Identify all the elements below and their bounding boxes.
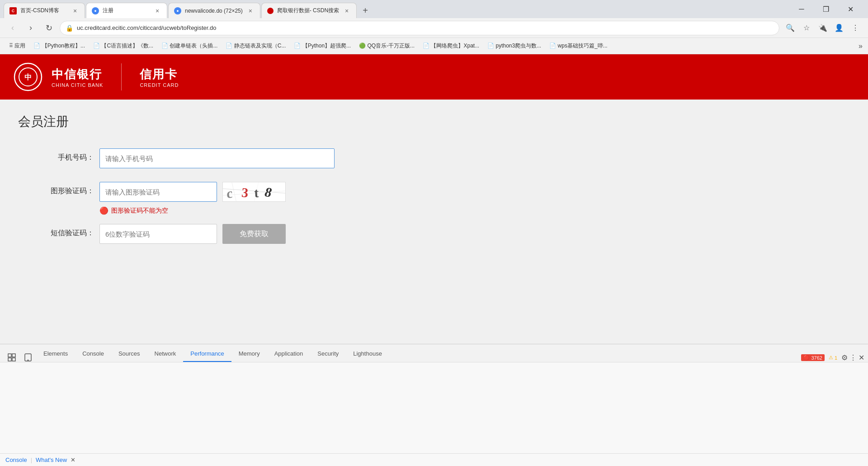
svg-rect-13 — [12, 354, 15, 357]
devtools-device-icon[interactable] — [20, 353, 36, 362]
bookmark-label: 📄 【Python】超强爬... — [294, 42, 351, 50]
devtools-tab-network-label: Network — [155, 350, 176, 357]
tab-close-2[interactable]: × — [153, 7, 161, 15]
devtools-tab-performance-label: Performance — [190, 350, 224, 357]
close-button[interactable]: ✕ — [840, 2, 861, 16]
devtools-close-button[interactable]: ✕ — [859, 353, 864, 362]
devtools-content — [0, 362, 868, 453]
title-bar: C 首页-CSDN博客 × ● 注册 × ● newvalicode.do (7… — [0, 0, 868, 18]
bookmark-c[interactable]: 📄 【C语言描述】《数... — [90, 40, 157, 52]
devtools-tab-sources[interactable]: Sources — [111, 346, 147, 362]
bookmark-static[interactable]: 📄 静态链表及实现（C... — [222, 40, 289, 52]
sms-input[interactable] — [99, 224, 217, 244]
bookmark-qq[interactable]: 🟢 QQ音乐-千万正版... — [355, 40, 418, 52]
toolbar-icons: 🔍 ☆ 🔌 👤 ⋮ — [783, 21, 863, 35]
devtools-tab-security[interactable]: Security — [310, 346, 346, 362]
devtools-tab-memory-label: Memory — [239, 350, 260, 357]
more-icon[interactable]: ⋮ — [848, 21, 863, 35]
tab-csdn-home[interactable]: C 首页-CSDN博客 × — [4, 3, 85, 18]
warning-icon: ⚠ — [829, 355, 833, 361]
sms-get-button[interactable]: 免费获取 — [222, 224, 286, 244]
reload-button[interactable]: ↻ — [42, 21, 56, 35]
captcha-input[interactable] — [99, 182, 217, 202]
devtools-tab-memory[interactable]: Memory — [231, 346, 267, 362]
devtools-tab-elements[interactable]: Elements — [36, 346, 75, 362]
phone-row: 手机号码： — [18, 148, 850, 168]
devtools-inspect-icon[interactable] — [4, 353, 20, 362]
account-icon[interactable]: 👤 — [832, 21, 846, 35]
page-title: 会员注册 — [18, 113, 850, 130]
captcha-row: 图形验证码： c 3 — [18, 182, 850, 202]
sms-row: 短信验证码： 免费获取 — [18, 224, 850, 244]
tab-close-3[interactable]: × — [246, 7, 255, 15]
tab-register[interactable]: ● 注册 × — [86, 3, 167, 18]
devtools-tab-application[interactable]: Application — [267, 346, 311, 362]
bookmark-python2[interactable]: 📄 【Python】超强爬... — [290, 40, 354, 52]
tab-close-1[interactable]: × — [71, 7, 79, 15]
svg-text:c: c — [226, 185, 233, 201]
captcha-label: 图形验证码： — [18, 182, 99, 196]
bookmark-label: 📄 【网络爬虫】Xpat... — [423, 42, 479, 50]
phone-input[interactable] — [99, 148, 335, 168]
captcha-error-text: 图形验证码不能为空 — [111, 207, 168, 215]
maximize-button[interactable]: ❒ — [816, 2, 836, 16]
window-controls: ─ ❒ ✕ — [791, 2, 864, 16]
minimize-button[interactable]: ─ — [791, 2, 812, 16]
error-circle-icon: 🔴 — [803, 355, 810, 361]
tab-title-2: 注册 — [103, 7, 150, 14]
search-icon[interactable]: 🔍 — [783, 21, 797, 35]
devtools-tab-network[interactable]: Network — [147, 346, 184, 362]
card-name-cn: 信用卡 — [140, 67, 179, 82]
tab-newvalicode[interactable]: ● newvalicode.do (72×25) × — [168, 3, 260, 18]
new-tab-button[interactable]: + — [358, 3, 373, 18]
address-text: uc.creditcard.ecitic.com/citiccard/ucweb… — [77, 24, 774, 31]
devtools-settings-button[interactable]: ⚙ — [841, 353, 848, 362]
devtools-tabs: Elements Console Sources Network Perform… — [0, 344, 868, 362]
bookmark-label: 📄 静态链表及实现（C... — [226, 42, 286, 50]
svg-text:中: 中 — [24, 73, 32, 81]
bookmark-apps[interactable]: ⠿ 应用 — [5, 40, 29, 52]
whats-new-label[interactable]: What's New — [36, 456, 67, 463]
bank-name-en: CHINA CITIC BANK — [52, 82, 103, 88]
bookmark-wps[interactable]: 📄 wps基础技巧篇_哔... — [546, 40, 611, 52]
captcha-error-row: 🔴 图形验证码不能为空 — [18, 206, 850, 215]
bookmark-linklist[interactable]: 📄 创建单链表（头插... — [158, 40, 221, 52]
bookmark-spider[interactable]: 📄 【网络爬虫】Xpat... — [419, 40, 483, 52]
forward-button[interactable]: › — [24, 21, 38, 35]
devtools-tab-console-label: Console — [82, 350, 104, 357]
bookmark-label: 📄 wps基础技巧篇_哔... — [549, 42, 607, 50]
bookmark-label: ⠿ 应用 — [9, 42, 25, 50]
back-button[interactable]: ‹ — [5, 21, 20, 35]
tab-title-4: 爬取银行数据- CSDN搜索 — [277, 7, 339, 14]
tabs-container: C 首页-CSDN博客 × ● 注册 × ● newvalicode.do (7… — [4, 0, 791, 18]
bookmarks-bar: ⠿ 应用 📄 【Python教程】... 📄 【C语言描述】《数... 📄 创建… — [0, 38, 868, 54]
extension-icon[interactable]: 🔌 — [816, 21, 830, 35]
bookmark-python[interactable]: 📄 【Python教程】... — [30, 40, 89, 52]
devtools-tab-application-label: Application — [274, 350, 303, 357]
tab-csdn-search[interactable]: 爬取银行数据- CSDN搜索 × — [261, 3, 357, 18]
address-bar[interactable]: 🔒 uc.creditcard.ecitic.com/citiccard/ucw… — [60, 21, 779, 35]
form-area: 会员注册 手机号码： 图形验证码： — [0, 100, 868, 344]
svg-text:3: 3 — [241, 185, 249, 200]
bookmark-icon[interactable]: ☆ — [799, 21, 814, 35]
devtools-tab-lighthouse[interactable]: Lighthouse — [346, 346, 389, 362]
tab-favicon-csdn: C — [9, 7, 17, 14]
error-count: 3762 — [811, 355, 822, 361]
devtools-tab-elements-label: Elements — [43, 350, 68, 357]
bookmark-label: 📄 【Python教程】... — [33, 42, 85, 50]
captcha-image[interactable]: c 3 t 8 — [222, 182, 286, 202]
tab-title-1: 首页-CSDN博客 — [20, 7, 67, 14]
svg-rect-12 — [8, 354, 11, 357]
whats-new-close[interactable]: ✕ — [71, 456, 75, 463]
warning-badge: ⚠ 1 — [826, 354, 840, 361]
console-bottom-row: Console | What's New ✕ — [0, 453, 868, 466]
devtools-tab-performance[interactable]: Performance — [183, 346, 231, 362]
tab-close-4[interactable]: × — [343, 7, 351, 15]
bookmarks-more[interactable]: » — [859, 42, 863, 50]
devtools-more-button[interactable]: ⋮ — [849, 353, 857, 362]
console-tab-label[interactable]: Console — [5, 456, 27, 463]
devtools-tab-console[interactable]: Console — [75, 346, 111, 362]
logo-divider — [121, 63, 122, 90]
site-header: 中 中信银行 CHINA CITIC BANK 信用卡 CREDIT CARD — [0, 54, 868, 100]
bookmark-py3[interactable]: 📄 python3爬虫与数... — [484, 40, 545, 52]
